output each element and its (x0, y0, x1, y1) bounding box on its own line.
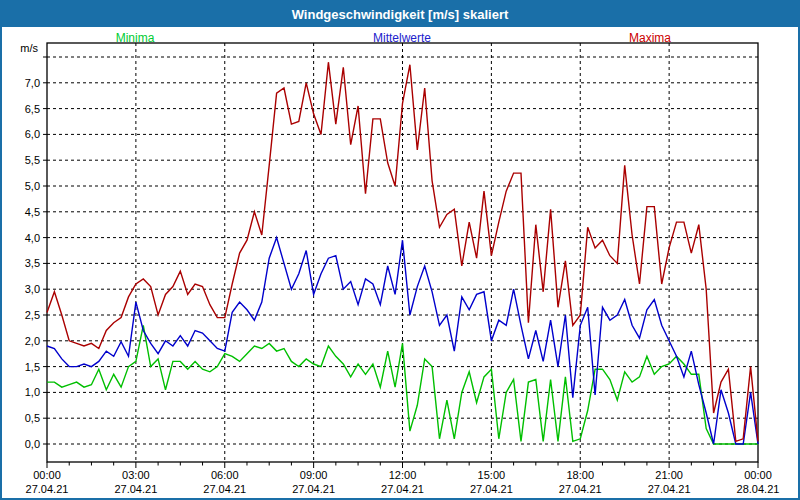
svg-text:5,5: 5,5 (25, 154, 40, 166)
svg-text:6,0: 6,0 (25, 128, 40, 140)
svg-text:4,0: 4,0 (25, 232, 40, 244)
svg-text:09:00: 09:00 (300, 469, 328, 481)
svg-text:03:00: 03:00 (122, 469, 150, 481)
svg-text:27.04.21: 27.04.21 (203, 483, 246, 495)
svg-text:28.04.21: 28.04.21 (737, 483, 780, 495)
svg-text:27.04.21: 27.04.21 (381, 483, 424, 495)
svg-text:7,0: 7,0 (25, 77, 40, 89)
svg-text:0,0: 0,0 (25, 438, 40, 450)
chart-canvas: 0,00,51,01,52,02,53,03,54,04,55,05,56,06… (2, 2, 800, 500)
svg-text:15:00: 15:00 (478, 469, 506, 481)
svg-text:06:00: 06:00 (211, 469, 239, 481)
chart-window: Windgeschwindigkeit [m/s] skaliert Minim… (0, 0, 800, 500)
svg-text:4,5: 4,5 (25, 206, 40, 218)
y-axis-tick-labels: 0,00,51,01,52,02,53,03,54,04,55,05,56,06… (25, 77, 40, 450)
svg-text:27.04.21: 27.04.21 (559, 483, 602, 495)
svg-text:5,0: 5,0 (25, 180, 40, 192)
svg-text:27.04.21: 27.04.21 (292, 483, 335, 495)
svg-text:21:00: 21:00 (655, 469, 683, 481)
x-axis-tick-labels: 00:0027.04.2103:0027.04.2106:0027.04.210… (26, 469, 780, 495)
svg-text:00:00: 00:00 (33, 469, 61, 481)
svg-text:3,5: 3,5 (25, 257, 40, 269)
svg-text:1,0: 1,0 (25, 386, 40, 398)
svg-text:27.04.21: 27.04.21 (114, 483, 157, 495)
svg-text:2,0: 2,0 (25, 335, 40, 347)
svg-text:27.04.21: 27.04.21 (470, 483, 513, 495)
svg-text:1,5: 1,5 (25, 361, 40, 373)
x-axis-ticks (47, 462, 758, 468)
svg-text:27.04.21: 27.04.21 (26, 483, 69, 495)
svg-text:2,5: 2,5 (25, 309, 40, 321)
svg-text:12:00: 12:00 (389, 469, 417, 481)
svg-text:18:00: 18:00 (566, 469, 594, 481)
svg-text:27.04.21: 27.04.21 (648, 483, 691, 495)
series-line-maxima (47, 62, 758, 441)
svg-text:0,5: 0,5 (25, 412, 40, 424)
svg-text:00:00: 00:00 (744, 469, 772, 481)
svg-text:6,5: 6,5 (25, 103, 40, 115)
svg-text:3,0: 3,0 (25, 283, 40, 295)
